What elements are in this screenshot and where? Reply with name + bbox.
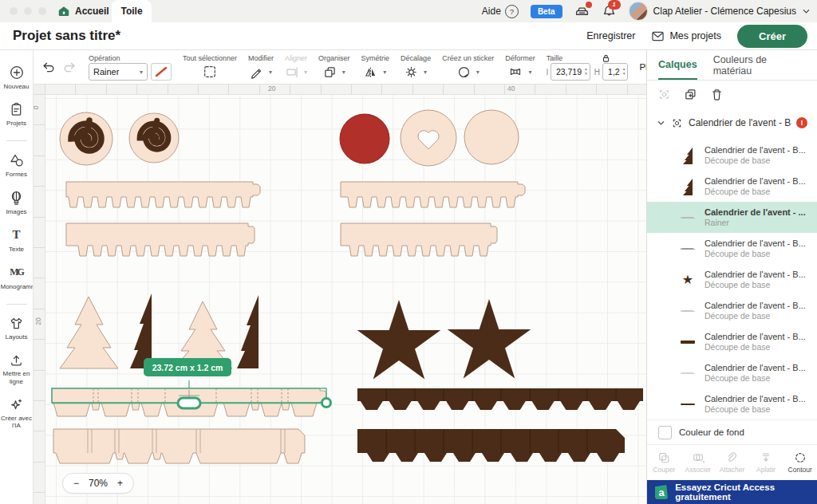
undo-button[interactable] [41, 60, 56, 74]
mirror-button[interactable]: ▾ [364, 64, 386, 80]
operation-color-swatch[interactable] [151, 63, 172, 81]
chevron-down-icon [802, 7, 811, 16]
help-button[interactable]: Aide ? [482, 5, 519, 18]
selection-pill-handle[interactable] [178, 398, 200, 408]
chevron-down-icon: ▾ [304, 69, 307, 76]
layer-row[interactable]: Calendrier de l'avent - B...Découpe de b… [647, 357, 817, 388]
my-projects-button[interactable]: Mes projets [651, 30, 721, 42]
lock-icon[interactable] [601, 53, 611, 63]
sidebar-item-new[interactable]: Nouveau [0, 65, 34, 90]
layer-row[interactable]: Calendrier de l'avent - B...Découpe de b… [647, 295, 817, 326]
layer-actions-bar: Couper Associer Attacher Aplatir Contour [647, 444, 817, 480]
width-stepper[interactable]: ▴▾ [585, 67, 587, 77]
layer-row[interactable]: Calendrier de l'avent - B...Découpe de b… [647, 326, 817, 357]
cricut-access-banner[interactable]: a Essayez Cricut Access gratuitement [647, 480, 817, 504]
notification-count-badge: 1 [608, 0, 621, 10]
chevron-down-icon: ▾ [424, 69, 427, 76]
layer-row[interactable]: Calendrier de l'avent - B...Découpe de b… [647, 140, 817, 171]
layer-row[interactable]: Calendrier de l'avent - B...Découpe de b… [647, 171, 817, 202]
shape-strip-beige-bottom[interactable] [53, 429, 305, 463]
align-button[interactable]: ▾ [285, 64, 307, 80]
shape-half-tree-brown-1[interactable] [130, 293, 152, 368]
save-button[interactable]: Enregistrer [586, 30, 635, 41]
shape-plain-circle[interactable] [464, 110, 519, 164]
sidebar-item-ai[interactable]: Créer avec l'IA [0, 397, 34, 429]
text-icon: T [12, 227, 20, 243]
balloon-icon [9, 191, 24, 206]
chevron-down-icon: ▾ [383, 69, 386, 76]
sidebar-item-upload[interactable]: Mettre en ligne [0, 352, 34, 384]
arrange-button[interactable]: ▾ [323, 64, 345, 80]
select-all-button[interactable] [203, 64, 217, 80]
layer-row[interactable]: ★ Calendrier de l'avent - B...Découpe de… [647, 264, 817, 295]
tab-material-colors[interactable]: Couleurs de matériau [713, 50, 806, 80]
layer-group-header[interactable]: Calendrier de l'avent - Bredele ! [647, 111, 817, 135]
sticker-button[interactable]: ▾ [457, 64, 480, 80]
shape-strip-beige-3[interactable] [341, 182, 525, 207]
sidebar-item-projects[interactable]: Projets [0, 102, 34, 127]
shape-half-tree-brown-2[interactable] [237, 295, 259, 368]
height-input[interactable]: 1,2 ▴▾ [602, 63, 628, 81]
shape-heart-circle[interactable] [401, 110, 456, 166]
deform-icon [508, 65, 523, 78]
shape-strip-beige-1[interactable] [66, 182, 260, 207]
shape-tree-beige-1[interactable] [60, 297, 118, 368]
width-input[interactable]: 23,719 ▴▾ [551, 63, 590, 81]
notifications-button[interactable]: 1 [602, 4, 617, 19]
zoom-out-button[interactable]: − [73, 478, 79, 489]
sidebar-item-shapes[interactable]: Formes [0, 152, 34, 178]
tab-canvas[interactable]: Toile [112, 0, 152, 22]
chevron-down-icon: ▾ [476, 69, 480, 76]
score-line-thumbnail [679, 217, 697, 219]
background-color-checkbox[interactable] [658, 426, 672, 439]
account-menu[interactable]: Clap Atelier - Clémence Capesius [629, 2, 811, 21]
layer-row[interactable]: Calendrier de l'avent - B...Découpe de b… [647, 233, 817, 264]
machine-button[interactable] [574, 4, 590, 19]
group-select-button[interactable] [657, 88, 671, 101]
tab-layers[interactable]: Calques [658, 50, 697, 80]
sidebar-item-text[interactable]: T Texte [0, 227, 34, 253]
shape-selected-score-strip[interactable] [52, 380, 331, 416]
sidebar-item-layouts[interactable]: Layouts [0, 316, 34, 341]
create-button[interactable]: Créer [737, 25, 807, 48]
chevron-down-icon[interactable] [657, 119, 665, 128]
operation-select[interactable]: Rainer▾ [89, 63, 148, 81]
line-thumbnail [679, 372, 697, 374]
shape-spiral-cookie-1[interactable] [60, 112, 112, 165]
design-canvas[interactable]: 20 40 0 20 [34, 85, 646, 504]
window-controls[interactable] [10, 7, 46, 15]
redo-button[interactable] [62, 60, 77, 74]
modify-button[interactable]: ▾ [250, 64, 272, 80]
offset-button[interactable]: ▾ [405, 64, 427, 80]
shape-red-circle[interactable] [340, 114, 389, 163]
slice-button[interactable]: Couper [647, 451, 681, 474]
zoom-in-button[interactable]: + [117, 478, 123, 489]
shape-spiral-cookie-2[interactable] [129, 113, 179, 163]
line-thumbnail [679, 248, 697, 250]
layer-row-selected[interactable]: Calendrier de l'avent - ...Rainer [647, 202, 817, 233]
shape-strip-beige-2[interactable] [66, 223, 255, 256]
plus-circle-icon [9, 65, 25, 81]
sidebar-item-images[interactable]: Images [0, 191, 34, 215]
shape-strip-beige-4[interactable] [341, 223, 497, 256]
shape-star-1[interactable] [357, 300, 441, 380]
deform-button[interactable]: ▾ [508, 64, 531, 80]
selection-circle-handle[interactable] [322, 399, 331, 408]
shape-star-2[interactable] [448, 299, 531, 379]
home-icon [57, 5, 70, 18]
chevron-down-icon: ▾ [269, 69, 272, 76]
machine-alert-dot [586, 2, 592, 8]
attach-button[interactable]: Attacher [715, 451, 749, 474]
duplicate-button[interactable] [684, 88, 697, 101]
height-stepper[interactable]: ▴▾ [623, 67, 626, 77]
weld-button[interactable]: Associer [681, 451, 716, 474]
warning-badge[interactable]: ! [796, 117, 807, 128]
flatten-button[interactable]: Aplatir [749, 451, 783, 474]
shape-strip-brown-1[interactable] [357, 388, 643, 410]
layer-row[interactable]: Calendrier de l'avent - B...Découpe de b… [647, 388, 817, 419]
tab-home[interactable]: Accueil [57, 0, 109, 22]
contour-button[interactable]: Contour [783, 451, 817, 474]
shape-strip-brown-2[interactable] [357, 429, 625, 462]
trash-button[interactable] [710, 88, 724, 101]
sidebar-item-monogram[interactable]: M⁠G Monogramm [0, 265, 34, 290]
